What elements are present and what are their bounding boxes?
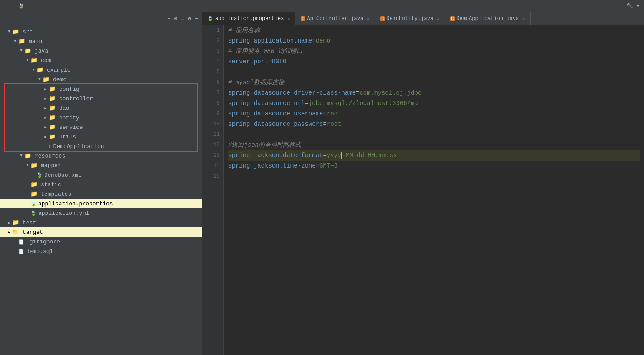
tree-item-example[interactable]: ▼ 📁 example	[0, 65, 202, 75]
yaml-icon: 🍃	[30, 211, 37, 216]
tree-item-entity[interactable]: ▶ 📁 entity	[0, 113, 202, 122]
token-c-value: -MM-dd HH:mm:ss	[342, 150, 397, 161]
tree-item-config[interactable]: ▶ 📁 config	[0, 84, 202, 94]
tab-ApiController.java[interactable]: C ApiController.java ✕	[295, 12, 375, 25]
item-icon: 📁	[30, 191, 39, 197]
item-icon: 📁	[24, 152, 33, 159]
tree-item-src[interactable]: ▼ 📁 src	[0, 27, 202, 36]
item-label: DemoApplication	[53, 143, 104, 150]
item-label: application.properties	[38, 201, 113, 207]
tree-item-application.yml[interactable]: 🍃 application.yml	[0, 208, 202, 218]
tree-item-service[interactable]: ▶ 📁 service	[0, 122, 202, 132]
token-c-eq: =	[268, 56, 272, 67]
arrow-icon: ▶	[43, 125, 49, 130]
tree-item-DemoDao.xml[interactable]: 🍃 DemoDao.xml	[0, 170, 202, 180]
tree-item-test[interactable]: ▶ 📁 test	[0, 218, 202, 227]
breadcrumb-bar: 🍃 🔨 ▾	[0, 0, 644, 12]
token-c-value: demo	[316, 36, 331, 46]
folder-icon: 📁	[49, 105, 56, 112]
tree-item-controller[interactable]: ▶ 📁 controller	[0, 94, 202, 103]
token-c-eq: =	[305, 98, 308, 108]
line-number-2: 2	[206, 36, 220, 46]
run-dropdown-icon[interactable]: ▾	[637, 3, 640, 9]
tree-item-utils[interactable]: ▶ 📁 utils	[0, 132, 202, 141]
arrow-icon: ▼	[24, 163, 30, 168]
tab-close-button[interactable]: ✕	[287, 16, 290, 21]
run-button-area[interactable]: 🔨 ▾	[627, 3, 640, 9]
token-c-comment: # 应用服务 WEB 访问端口	[228, 46, 302, 56]
token-c-value: GMT+8	[319, 161, 338, 171]
item-icon: 📁	[43, 76, 51, 83]
tab-DemoApplication.java[interactable]: C DemoApplication.java ✕	[445, 12, 531, 25]
token-c-eq: =	[356, 88, 359, 98]
tree-item-demo.sql[interactable]: 📄 demo.sql	[0, 247, 202, 256]
item-icon: 📁	[12, 28, 21, 35]
code-line-4: server.port=8080	[228, 56, 640, 67]
arrow-icon: ▶	[43, 106, 49, 111]
folder-icon: 📁	[37, 67, 43, 73]
line-number-8: 8	[206, 98, 220, 108]
item-label: entity	[59, 115, 80, 121]
tree-item-dao[interactable]: ▶ 📁 dao	[0, 103, 202, 113]
item-icon: 📄	[18, 248, 24, 255]
line-number-4: 4	[206, 56, 220, 67]
sidebar-minimize-icon[interactable]: —	[195, 15, 198, 22]
code-line-9: spring.datasource.username=root	[228, 108, 640, 119]
tabs-bar: 🍃 application.properties ✕ C ApiControll…	[202, 12, 644, 25]
code-line-8: spring.datasource.url=jdbc:mysql://local…	[228, 98, 640, 108]
tab-close-button[interactable]: ✕	[522, 16, 525, 21]
tree-item-templates[interactable]: 📁 templates	[0, 189, 202, 199]
code-editor[interactable]: 123456789101112131415 # 应用名称spring.appli…	[202, 25, 644, 355]
tab-DemoEntity.java[interactable]: C DemoEntity.java ✕	[375, 12, 445, 25]
tree-item-resources[interactable]: ▼ 📁 resources	[0, 151, 202, 161]
token-c-value: root	[327, 119, 342, 129]
item-label: mapper	[41, 162, 61, 169]
item-icon: 📁	[49, 95, 57, 102]
item-label: .gitignore	[26, 239, 60, 245]
code-lines[interactable]: # 应用名称spring.application.name=demo# 应用服务…	[224, 25, 644, 355]
sidebar-tree: ▼ 📁 src ▼ 📁 main ▼ 📁 java ▼ 📁 com ▼ 📁 ex…	[0, 25, 202, 355]
sidebar-settings-icon[interactable]: ≡	[181, 15, 185, 22]
tab-label: DemoEntity.java	[386, 16, 433, 22]
token-c-comment: #返回json的全局时间格式	[228, 140, 301, 150]
item-label: dao	[59, 105, 69, 112]
folder-icon: 📁	[49, 124, 56, 131]
item-icon: 📁	[37, 66, 45, 73]
item-label: demo.sql	[26, 248, 53, 255]
item-label: templates	[41, 191, 71, 197]
tab-close-button[interactable]: ✕	[437, 16, 439, 21]
code-line-6: # mysql数据库连接	[228, 77, 640, 88]
line-number-7: 7	[206, 88, 220, 98]
tree-item-.gitignore[interactable]: 📄 .gitignore	[0, 237, 202, 247]
sidebar-gear-icon[interactable]: ⚙	[188, 15, 191, 22]
tree-item-mapper[interactable]: ▼ 📁 mapper	[0, 161, 202, 170]
tree-item-demo[interactable]: ▼ 📁 demo	[0, 75, 202, 84]
tree-item-application.properties[interactable]: 🍃 application.properties	[0, 199, 202, 208]
tree-item-static[interactable]: 📁 static	[0, 180, 202, 189]
code-line-3: # 应用服务 WEB 访问端口	[228, 46, 640, 56]
tree-item-com[interactable]: ▼ 📁 com	[0, 56, 202, 65]
code-line-2: spring.application.name=demo	[228, 36, 640, 46]
tab-close-button[interactable]: ✕	[367, 16, 369, 21]
sidebar-add-icon[interactable]: ⊕	[174, 15, 178, 22]
item-label: config	[59, 86, 80, 92]
tree-item-java[interactable]: ▼ 📁 java	[0, 46, 202, 56]
tree-item-main[interactable]: ▼ 📁 main	[0, 36, 202, 46]
item-icon: C	[49, 143, 52, 150]
run-icon: 🔨	[627, 3, 633, 9]
main-layout: ▾ ⊕ ≡ ⚙ — ▼ 📁 src ▼ 📁 main ▼ 📁 java ▼ 📁 …	[0, 12, 644, 355]
code-line-14: spring.jackson.time-zone=GMT+8	[228, 161, 640, 171]
item-label: controller	[59, 95, 93, 102]
item-label: java	[35, 48, 48, 54]
tree-item-DemoApplication[interactable]: C DemoApplication	[0, 141, 202, 151]
code-line-1: # 应用名称	[228, 25, 640, 36]
item-label: target	[23, 229, 43, 236]
sidebar-dropdown-icon[interactable]: ▾	[167, 15, 171, 22]
token-c-key: spring.jackson.time-zone	[228, 161, 316, 171]
tree-item-target[interactable]: ▶ 📁 target	[0, 227, 202, 237]
token-c-eq: =	[323, 150, 326, 161]
item-icon: 📁	[49, 85, 57, 92]
editor-area: 🍃 application.properties ✕ C ApiControll…	[202, 12, 644, 355]
tab-application.properties[interactable]: 🍃 application.properties ✕	[202, 12, 295, 25]
item-label: DemoDao.xml	[44, 172, 82, 178]
